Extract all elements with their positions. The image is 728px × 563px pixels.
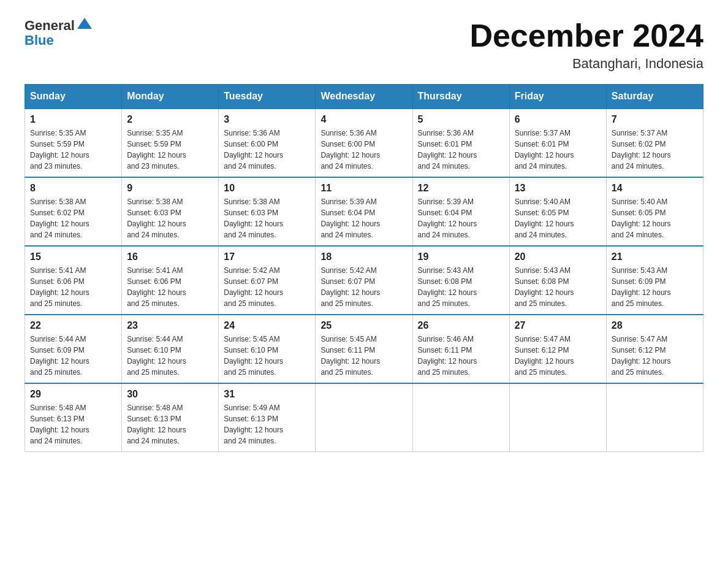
day-number: 17 — [224, 251, 310, 262]
calendar-cell: 20 Sunrise: 5:43 AMSunset: 6:08 PMDaylig… — [509, 246, 606, 315]
day-number: 7 — [612, 114, 698, 125]
day-detail: Sunrise: 5:35 AM — [127, 129, 183, 137]
day-detail: Daylight: 12 hours — [612, 151, 671, 159]
day-detail: Daylight: 12 hours — [418, 357, 477, 366]
day-info: Sunrise: 5:44 AMSunset: 6:09 PMDaylight:… — [30, 334, 116, 378]
day-detail: Daylight: 12 hours — [320, 220, 380, 228]
day-detail: and 24 minutes. — [30, 231, 82, 239]
day-detail: Daylight: 12 hours — [224, 220, 283, 228]
logo-triangle-icon — [77, 18, 92, 29]
calendar-row-4: 22 Sunrise: 5:44 AMSunset: 6:09 PMDaylig… — [25, 315, 703, 383]
day-detail: and 24 minutes. — [418, 162, 470, 170]
day-number: 26 — [418, 320, 504, 331]
day-number: 24 — [224, 320, 310, 331]
header-cell-thursday: Thursday — [412, 85, 509, 109]
calendar-cell: 1 Sunrise: 5:35 AMSunset: 5:59 PMDayligh… — [25, 109, 122, 177]
calendar-cell: 24 Sunrise: 5:45 AMSunset: 6:10 PMDaylig… — [219, 315, 316, 383]
day-detail: Sunrise: 5:48 AM — [127, 404, 183, 412]
day-detail: Sunset: 6:08 PM — [418, 277, 472, 286]
day-detail: and 25 minutes. — [612, 368, 664, 377]
day-detail: and 23 minutes. — [30, 162, 82, 170]
day-info: Sunrise: 5:47 AMSunset: 6:12 PMDaylight:… — [515, 334, 601, 378]
day-number: 12 — [418, 183, 504, 194]
day-detail: and 24 minutes. — [515, 162, 567, 170]
day-detail: and 24 minutes. — [30, 437, 82, 445]
day-detail: Daylight: 12 hours — [320, 151, 380, 159]
day-info: Sunrise: 5:37 AMSunset: 6:02 PMDaylight:… — [612, 128, 698, 172]
day-number: 10 — [224, 183, 310, 194]
day-detail: Sunset: 6:10 PM — [127, 346, 181, 354]
day-detail: Sunset: 6:13 PM — [30, 415, 85, 423]
day-detail: Daylight: 12 hours — [320, 288, 380, 297]
header-cell-friday: Friday — [509, 85, 606, 109]
day-detail: Sunrise: 5:41 AM — [30, 266, 86, 275]
day-detail: Sunset: 6:03 PM — [224, 209, 278, 217]
day-detail: and 24 minutes. — [224, 162, 276, 170]
day-number: 18 — [320, 251, 407, 262]
day-detail: Sunrise: 5:40 AM — [515, 197, 571, 206]
calendar-cell: 11 Sunrise: 5:39 AMSunset: 6:04 PMDaylig… — [316, 177, 412, 246]
calendar-cell — [509, 383, 606, 452]
calendar-cell: 29 Sunrise: 5:48 AMSunset: 6:13 PMDaylig… — [25, 383, 122, 452]
day-detail: and 25 minutes. — [515, 299, 567, 308]
day-detail: Daylight: 12 hours — [224, 426, 283, 434]
day-detail: Sunset: 6:12 PM — [515, 346, 569, 354]
day-detail: Sunrise: 5:45 AM — [224, 335, 279, 343]
day-detail: Sunset: 6:06 PM — [127, 277, 181, 286]
day-detail: Daylight: 12 hours — [30, 220, 89, 228]
day-detail: Sunrise: 5:35 AM — [30, 129, 86, 137]
day-info: Sunrise: 5:49 AMSunset: 6:13 PMDaylight:… — [224, 402, 310, 446]
day-detail: Sunset: 6:02 PM — [30, 209, 85, 217]
day-detail: Daylight: 12 hours — [320, 357, 380, 366]
calendar-cell: 3 Sunrise: 5:36 AMSunset: 6:00 PMDayligh… — [219, 109, 316, 177]
logo-general: General — [25, 18, 75, 33]
day-info: Sunrise: 5:43 AMSunset: 6:08 PMDaylight:… — [515, 265, 601, 309]
day-detail: Daylight: 12 hours — [515, 288, 574, 297]
day-info: Sunrise: 5:41 AMSunset: 6:06 PMDaylight:… — [127, 265, 213, 309]
day-detail: Sunrise: 5:38 AM — [224, 197, 279, 206]
day-number: 9 — [127, 183, 213, 194]
day-detail: Sunset: 5:59 PM — [30, 140, 85, 148]
day-detail: Sunset: 5:59 PM — [127, 140, 181, 148]
day-detail: and 24 minutes. — [224, 437, 276, 445]
day-detail: Sunset: 6:09 PM — [30, 346, 85, 354]
day-detail: Sunset: 6:08 PM — [515, 277, 569, 286]
day-detail: Daylight: 12 hours — [127, 288, 186, 297]
header-cell-wednesday: Wednesday — [316, 85, 412, 109]
page-header: General Blue December 2024 Batanghari, I… — [25, 18, 703, 72]
day-detail: and 24 minutes. — [515, 231, 567, 239]
day-detail: and 25 minutes. — [30, 368, 82, 377]
day-number: 8 — [30, 183, 116, 194]
day-number: 1 — [30, 114, 116, 125]
logo: General Blue — [25, 18, 92, 48]
day-number: 22 — [30, 320, 116, 331]
calendar-title: December 2024 — [469, 18, 703, 53]
day-detail: and 25 minutes. — [612, 299, 664, 308]
day-detail: and 24 minutes. — [320, 231, 373, 239]
calendar-cell: 7 Sunrise: 5:37 AMSunset: 6:02 PMDayligh… — [606, 109, 703, 177]
day-detail: Sunrise: 5:36 AM — [224, 129, 279, 137]
day-detail: Sunset: 6:05 PM — [612, 209, 666, 217]
day-detail: and 24 minutes. — [127, 437, 179, 445]
calendar-cell: 31 Sunrise: 5:49 AMSunset: 6:13 PMDaylig… — [219, 383, 316, 452]
day-detail: Sunset: 6:11 PM — [320, 346, 375, 354]
day-detail: Sunrise: 5:39 AM — [320, 197, 376, 206]
day-detail: Sunrise: 5:42 AM — [224, 266, 279, 275]
day-number: 11 — [320, 183, 407, 194]
day-detail: and 25 minutes. — [418, 299, 470, 308]
calendar-cell: 18 Sunrise: 5:42 AMSunset: 6:07 PMDaylig… — [316, 246, 412, 315]
calendar-row-1: 1 Sunrise: 5:35 AMSunset: 5:59 PMDayligh… — [25, 109, 703, 177]
day-info: Sunrise: 5:37 AMSunset: 6:01 PMDaylight:… — [515, 128, 601, 172]
day-number: 19 — [418, 251, 504, 262]
day-detail: and 25 minutes. — [320, 368, 373, 377]
day-detail: Sunrise: 5:43 AM — [515, 266, 571, 275]
day-detail: Sunset: 6:13 PM — [127, 415, 181, 423]
day-detail: and 25 minutes. — [418, 368, 470, 377]
day-detail: Sunrise: 5:42 AM — [320, 266, 376, 275]
day-number: 3 — [224, 114, 310, 125]
day-info: Sunrise: 5:42 AMSunset: 6:07 PMDaylight:… — [320, 265, 407, 309]
day-detail: Sunrise: 5:45 AM — [320, 335, 376, 343]
day-detail: and 23 minutes. — [127, 162, 179, 170]
day-detail: Daylight: 12 hours — [515, 357, 574, 366]
day-detail: Sunrise: 5:39 AM — [418, 197, 474, 206]
